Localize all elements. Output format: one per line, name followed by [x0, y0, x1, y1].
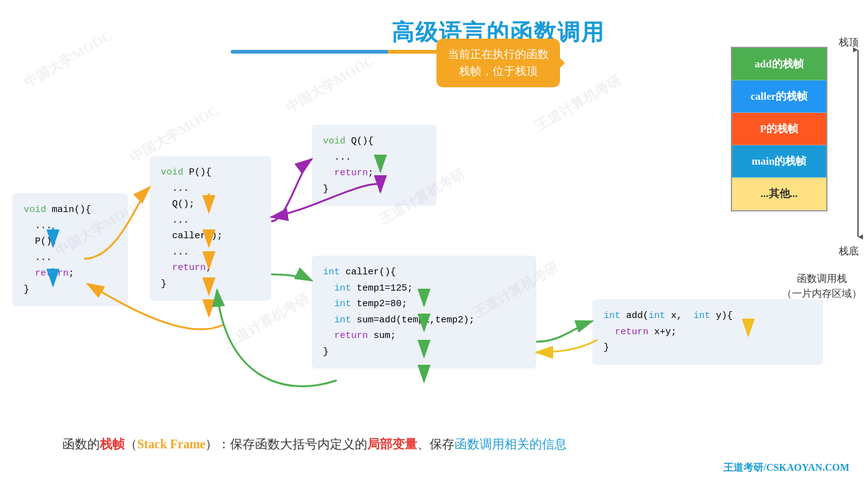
- frame-add: add的栈帧: [732, 48, 826, 80]
- code-add: int add(int x, int y){ return x+y; }: [592, 299, 823, 365]
- stack-description: 函数调用栈（一片内存区域）: [782, 271, 862, 301]
- frame-main: main的栈帧: [732, 145, 826, 178]
- frame-p: P的栈帧: [732, 113, 826, 145]
- bottom-description: 函数的栈帧（Stack Frame）：保存函数大括号内定义的局部变量、保存函数调…: [62, 436, 624, 453]
- stack-side-arrow: [853, 37, 863, 249]
- branding-label: 王道考研/CSKAOYAN.COM: [723, 461, 849, 475]
- stack-diagram: add的栈帧 caller的栈帧 P的栈帧 main的栈帧 ...其他...: [731, 34, 849, 211]
- stack-frames: add的栈帧 caller的栈帧 P的栈帧 main的栈帧 ...其他...: [731, 47, 827, 211]
- watermark-1: 中国大学MOOC: [21, 26, 116, 92]
- watermark-4: 中国大学MOOC: [282, 51, 378, 117]
- frame-caller: caller的栈帧: [732, 80, 826, 113]
- code-caller: int caller(){ int temp1=125; int temp2=8…: [312, 256, 536, 369]
- code-q: void Q(){ ... return; }: [312, 125, 436, 206]
- code-p: void P(){ ... Q(); ... caller(); ... ret…: [150, 156, 271, 301]
- tooltip-bubble: 当前正在执行的函数栈帧，位于栈顶: [436, 39, 560, 87]
- frame-other: ...其他...: [732, 178, 826, 210]
- code-main: void main(){ ... P(); ... return; }: [12, 193, 128, 306]
